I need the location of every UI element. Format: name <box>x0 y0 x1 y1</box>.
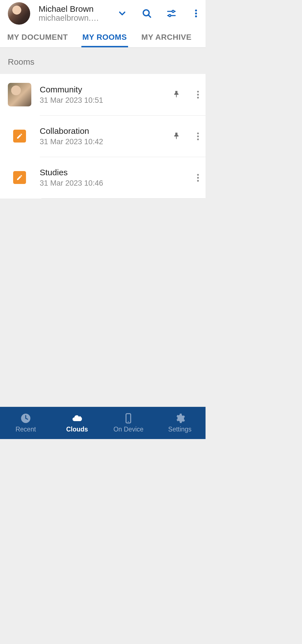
pin-icon <box>173 90 181 99</box>
section-title: Rooms <box>0 48 206 74</box>
tab-my-archive[interactable]: MY ARCHIVE <box>134 27 199 47</box>
svg-point-8 <box>195 15 197 17</box>
nav-label: Recent <box>15 426 36 433</box>
empty-area <box>0 199 206 407</box>
svg-point-10 <box>197 94 199 95</box>
row-more-icon[interactable] <box>190 173 206 182</box>
svg-line-1 <box>148 15 151 17</box>
filter-sliders-icon[interactable] <box>166 8 176 18</box>
room-title: Studies <box>40 168 190 177</box>
room-title: Collaboration <box>40 126 173 136</box>
header: Michael Brown michaelbrown.o… <box>0 0 206 27</box>
rooms-list: Community 31 Mar 2023 10:51 Collabor <box>0 74 206 199</box>
tab-my-rooms[interactable]: MY ROOMS <box>75 27 134 47</box>
room-avatar-photo <box>8 83 31 106</box>
device-icon <box>123 413 134 424</box>
room-date: 31 Mar 2023 10:51 <box>40 96 173 105</box>
svg-point-3 <box>172 10 174 13</box>
user-block[interactable]: Michael Brown michaelbrown.o… <box>39 4 114 23</box>
room-date: 31 Mar 2023 10:42 <box>40 137 173 146</box>
user-email: michaelbrown.o… <box>39 13 100 23</box>
chevron-down-icon[interactable] <box>117 8 127 18</box>
nav-label: Settings <box>168 426 192 433</box>
room-date: 31 Mar 2023 10:46 <box>40 179 190 188</box>
tab-trash[interactable]: TRASH <box>199 27 206 47</box>
more-vertical-icon[interactable] <box>191 8 201 18</box>
nav-on-device[interactable]: On Device <box>103 407 154 439</box>
room-row[interactable]: Collaboration 31 Mar 2023 10:42 <box>0 115 206 157</box>
svg-point-5 <box>169 15 171 17</box>
tab-my-document[interactable]: MY DOCUMENT <box>0 27 75 47</box>
edit-icon <box>13 130 26 143</box>
svg-point-20 <box>128 421 129 422</box>
row-more-icon[interactable] <box>190 132 206 141</box>
gear-icon <box>174 413 185 424</box>
bottom-nav: Recent Clouds On Device Settings <box>0 407 206 439</box>
clock-icon <box>20 413 31 424</box>
edit-icon <box>13 171 26 184</box>
svg-point-17 <box>197 180 199 181</box>
room-row[interactable]: Community 31 Mar 2023 10:51 <box>0 74 206 115</box>
svg-point-9 <box>197 91 199 92</box>
user-avatar[interactable] <box>8 2 30 25</box>
nav-label: On Device <box>114 426 143 433</box>
cloud-icon <box>72 413 83 424</box>
svg-point-12 <box>197 132 199 134</box>
svg-point-16 <box>197 177 199 178</box>
user-name: Michael Brown <box>39 4 114 13</box>
svg-point-13 <box>197 135 199 137</box>
row-more-icon[interactable] <box>190 90 206 99</box>
svg-point-14 <box>197 138 199 140</box>
svg-point-7 <box>195 13 197 15</box>
nav-label: Clouds <box>66 426 88 433</box>
nav-clouds[interactable]: Clouds <box>51 407 103 439</box>
room-row[interactable]: Studies 31 Mar 2023 10:46 <box>0 157 206 198</box>
search-icon[interactable] <box>142 8 152 18</box>
svg-point-15 <box>197 174 199 176</box>
svg-point-11 <box>197 97 199 98</box>
svg-point-6 <box>195 10 197 11</box>
pin-icon <box>173 132 181 141</box>
nav-settings[interactable]: Settings <box>154 407 206 439</box>
room-title: Community <box>40 85 173 94</box>
nav-recent[interactable]: Recent <box>0 407 51 439</box>
tab-bar: MY DOCUMENT MY ROOMS MY ARCHIVE TRASH <box>0 27 206 48</box>
